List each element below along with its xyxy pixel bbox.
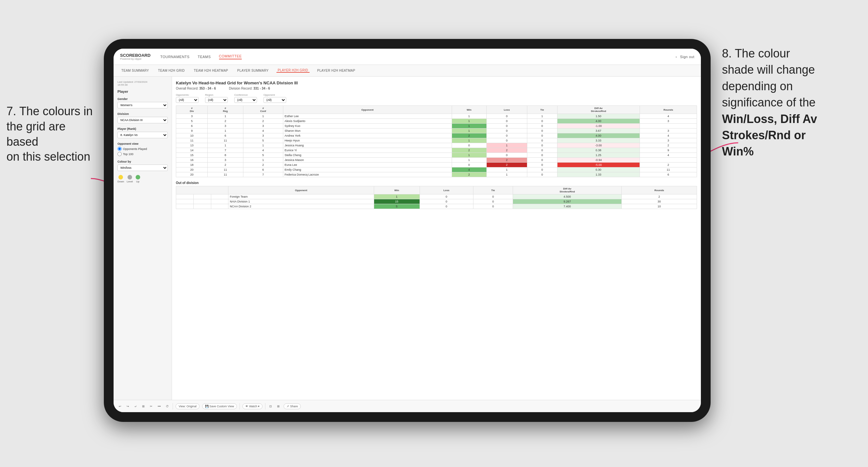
ood-header-row: Opponent Win Loss Tie Diff AvStrokes/Rnd… (176, 186, 697, 194)
conference-filter-group: Conference (All) (234, 93, 257, 103)
division-label: Division (118, 112, 168, 116)
watch-btn[interactable]: 👁 Watch ▾ (242, 403, 262, 409)
subnav-team-h2h-heatmap[interactable]: TEAM H2H HEATMAP (192, 69, 229, 72)
subnav-player-h2h-grid[interactable]: PLAYER H2H GRID (276, 68, 310, 73)
cut-btn[interactable]: ✂ (149, 404, 154, 409)
col-reg: #Reg (208, 106, 243, 114)
share-btn[interactable]: ↗ Share (284, 403, 301, 409)
ood-col-diff: Diff AvStrokes/Rnd (513, 186, 621, 194)
sidebar-gender-section: Gender Women's (118, 97, 168, 108)
tablet-device: SCOREBOARD Powered by clippd TOURNAMENTS… (104, 39, 711, 422)
ood-table-row: Foreign Team 1 0 0 4.500 2 (176, 194, 697, 199)
toolbar-divider-1 (173, 403, 173, 410)
player-rank-select[interactable]: 8. Katelyn Vo (118, 132, 168, 138)
top-nav: SCOREBOARD Powered by clippd TOURNAMENTS… (114, 49, 701, 65)
opponent-filter-group: Opponent (All) (264, 93, 286, 103)
table-row: 15 8 5 Stella Cheng 1 0 0 1.25 4 (176, 153, 697, 158)
grid-records: Overall Record: 353 - 34 - 6 Division Re… (176, 87, 697, 90)
col-opponent: Opponent (283, 106, 452, 114)
sidebar: Last Updated: 27/03/2024 16:55:38 Player… (114, 76, 172, 400)
ood-empty-col (176, 186, 228, 194)
timer-btn[interactable]: ⏱ (164, 404, 170, 409)
ood-table-row: NCAA Division 2 5 0 0 7.400 10 (176, 204, 697, 209)
table-row: 6 3 3 Sydney Kuo 1 0 0 -1.00 (176, 124, 697, 128)
sidebar-opponent-view: Opponent view Opponents Played Top 100 (118, 142, 168, 156)
region-filter-select[interactable]: (All) (205, 97, 228, 103)
toolbar-divider-2 (240, 403, 240, 410)
conference-filter-select[interactable]: (All) (234, 97, 257, 103)
colour-by-label: Colour by (118, 160, 168, 163)
refresh-btn[interactable]: ⤾ (133, 404, 138, 409)
sub-nav: TEAM SUMMARY TEAM H2H GRID TEAM H2H HEAT… (114, 65, 701, 76)
opponent-filter-select[interactable]: (All) (264, 97, 286, 103)
save-custom-view-btn[interactable]: 💾 Save Custom View (202, 403, 237, 409)
sidebar-colour-by: Colour by Win/loss (118, 160, 168, 171)
table-row: 16 3 1 Jessica Mason 1 2 0 -0.94 (176, 158, 697, 163)
toolbar-divider-3 (265, 403, 266, 410)
table-row: 13 1 1 Jessica Huang 0 1 0 -3.00 2 (176, 143, 697, 148)
opponents-filter-select[interactable]: (All) (176, 97, 198, 103)
tablet-screen: SCOREBOARD Powered by clippd TOURNAMENTS… (114, 49, 701, 412)
ood-table: Opponent Win Loss Tie Diff AvStrokes/Rnd… (176, 186, 697, 209)
opponents-filter-group: Opponents: (All) (176, 93, 198, 103)
out-of-division-header: Out of division (176, 181, 697, 185)
opponents-filter-label: Opponents: (176, 93, 198, 96)
legend-down: Down (118, 175, 124, 183)
player-rank-label: Player (Rank) (118, 127, 168, 130)
sidebar-player-section: Player (118, 90, 168, 93)
layout-btn-1[interactable]: ⊡ (268, 404, 273, 409)
more-btn[interactable]: ••• (156, 404, 162, 409)
col-diff: Diff AvStrokes/Rnd (557, 106, 640, 114)
division-record: Division Record: 331 - 34 - 6 (229, 87, 270, 90)
legend-level: Level (127, 175, 133, 183)
sidebar-division-section: Division NCAA Division III (118, 112, 168, 123)
table-row: 11 11 5 Heejo Hyun 1 0 0 3.33 3 (176, 138, 697, 143)
ood-col-win: Win (374, 186, 420, 194)
ood-col-loss: Loss (420, 186, 473, 194)
logo-sub: Powered by clippd (120, 57, 151, 60)
table-header-row: #Div #Reg #Conf Opponent Win Loss Tie Di… (176, 106, 697, 114)
layout-btn-2[interactable]: ⊞ (276, 404, 281, 409)
colour-by-select[interactable]: Win/loss (118, 164, 168, 171)
ood-col-rounds: Rounds (622, 186, 697, 194)
subnav-player-summary[interactable]: PLAYER SUMMARY (236, 69, 270, 72)
ood-table-row: NAIA Division 1 15 0 0 9.267 30 (176, 199, 697, 204)
table-row: 14 7 4 Eunice Yi 2 2 0 0.38 9 (176, 148, 697, 153)
nav-link-teams[interactable]: TEAMS (197, 55, 211, 59)
top100-radio[interactable]: Top 100 (118, 152, 168, 156)
gender-label: Gender (118, 97, 168, 101)
player-title: Player (118, 90, 168, 93)
table-row: 20 11 6 Emily Chang 4 1 0 0.30 11 (176, 167, 697, 172)
subnav-team-summary[interactable]: TEAM SUMMARY (120, 69, 150, 72)
opponent-view-label: Opponent view (118, 142, 168, 145)
undo-btn[interactable]: ↩ (118, 404, 123, 409)
h2h-table: #Div #Reg #Conf Opponent Win Loss Tie Di… (176, 105, 697, 177)
table-row: 20 11 7 Federica Domecq Lacroze 2 1 0 1.… (176, 172, 697, 177)
table-row: 18 2 2 Euna Lee 0 2 0 -5.00 2 (176, 163, 697, 167)
sidebar-player-rank-section: Player (Rank) 8. Katelyn Vo (118, 127, 168, 138)
nav-link-tournaments[interactable]: TOURNAMENTS (160, 55, 189, 59)
col-rounds: Rounds (640, 106, 697, 114)
nav-links: TOURNAMENTS TEAMS COMMITTEE (160, 54, 676, 59)
filters-row: Opponents: (All) Region (All) Conference (176, 93, 697, 103)
legend-level-dot (127, 175, 132, 180)
redo-btn[interactable]: ↪ (125, 404, 130, 409)
table-body: 3 1 1 Esther Lee 1 0 1 1.50 4 5 2 2 Alex… (176, 114, 697, 177)
division-select[interactable]: NCAA Division III (118, 117, 168, 123)
sign-out-link[interactable]: Sign out (680, 55, 694, 59)
conference-filter-label: Conference (234, 93, 257, 96)
subnav-team-h2h-grid[interactable]: TEAM H2H GRID (157, 69, 186, 72)
gender-select[interactable]: Women's (118, 102, 168, 108)
subnav-player-h2h-heatmap[interactable]: PLAYER H2H HEATMAP (316, 69, 356, 72)
last-updated: Last Updated: 27/03/2024 16:55:38 (118, 81, 168, 86)
table-row: 10 6 3 Andrea York 2 0 0 4.00 4 (176, 133, 697, 138)
ood-col-opponent: Opponent (228, 186, 374, 194)
col-loss: Loss (487, 106, 527, 114)
grid-area: Katelyn Vo Head-to-Head Grid for Women's… (172, 76, 701, 400)
annotation-left: 7. The colours in the grid are based on … (6, 104, 97, 164)
nav-link-committee[interactable]: COMMITTEE (219, 54, 242, 59)
view-original-btn[interactable]: View: Original (176, 403, 199, 409)
grid-btn[interactable]: ⊞ (141, 404, 146, 409)
opponent-filter-label: Opponent (264, 93, 286, 96)
opponents-played-radio[interactable]: Opponents Played (118, 147, 168, 151)
